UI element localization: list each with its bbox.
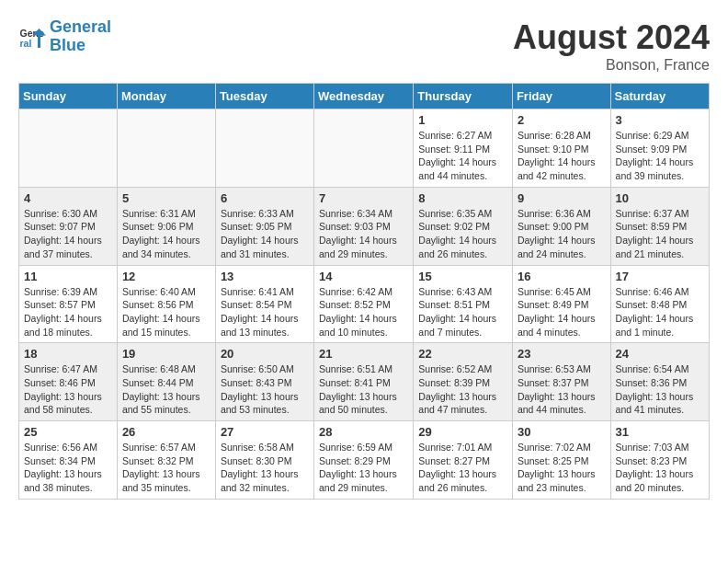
day-number: 10	[616, 191, 704, 205]
day-info: Sunrise: 6:27 AM Sunset: 9:11 PM Dayligh…	[418, 129, 507, 183]
day-number: 15	[418, 270, 507, 283]
calendar-cell: 16Sunrise: 6:45 AM Sunset: 8:49 PM Dayli…	[512, 265, 610, 343]
day-info: Sunrise: 6:42 AM Sunset: 8:52 PM Dayligh…	[319, 285, 408, 339]
svg-text:ral: ral	[20, 37, 32, 48]
calendar-cell: 24Sunrise: 6:54 AM Sunset: 8:36 PM Dayli…	[610, 343, 709, 421]
day-number: 24	[616, 347, 704, 361]
calendar-cell	[314, 109, 414, 188]
day-info: Sunrise: 6:53 AM Sunset: 8:37 PM Dayligh…	[518, 362, 606, 417]
day-info: Sunrise: 6:48 AM Sunset: 8:44 PM Dayligh…	[122, 362, 210, 417]
day-number: 3	[616, 113, 704, 127]
calendar-cell: 9Sunrise: 6:36 AM Sunset: 9:00 PM Daylig…	[512, 187, 610, 265]
day-number: 8	[418, 191, 507, 205]
day-number: 28	[319, 425, 408, 439]
calendar-cell: 14Sunrise: 6:42 AM Sunset: 8:52 PM Dayli…	[314, 265, 414, 343]
day-number: 11	[24, 270, 112, 283]
day-number: 25	[24, 425, 112, 439]
day-info: Sunrise: 6:29 AM Sunset: 9:09 PM Dayligh…	[616, 129, 704, 183]
calendar-cell: 3Sunrise: 6:29 AM Sunset: 9:09 PM Daylig…	[610, 109, 709, 188]
day-number: 7	[319, 191, 408, 205]
day-number: 4	[24, 191, 112, 205]
weekday-header: Saturday	[610, 84, 709, 109]
calendar-cell: 8Sunrise: 6:35 AM Sunset: 9:02 PM Daylig…	[414, 187, 513, 265]
calendar-cell: 2Sunrise: 6:28 AM Sunset: 9:10 PM Daylig…	[512, 109, 610, 188]
day-info: Sunrise: 6:58 AM Sunset: 8:30 PM Dayligh…	[221, 441, 309, 495]
day-number: 13	[221, 270, 309, 283]
day-info: Sunrise: 6:36 AM Sunset: 9:00 PM Dayligh…	[518, 207, 606, 261]
calendar-cell: 1Sunrise: 6:27 AM Sunset: 9:11 PM Daylig…	[414, 109, 513, 188]
calendar-cell: 19Sunrise: 6:48 AM Sunset: 8:44 PM Dayli…	[117, 343, 215, 421]
calendar-week-row: 1Sunrise: 6:27 AM Sunset: 9:11 PM Daylig…	[19, 109, 710, 188]
day-info: Sunrise: 6:34 AM Sunset: 9:03 PM Dayligh…	[319, 207, 408, 261]
day-info: Sunrise: 6:35 AM Sunset: 9:02 PM Dayligh…	[418, 207, 507, 261]
day-info: Sunrise: 6:39 AM Sunset: 8:57 PM Dayligh…	[24, 285, 112, 339]
day-info: Sunrise: 6:30 AM Sunset: 9:07 PM Dayligh…	[24, 207, 112, 261]
calendar-cell: 23Sunrise: 6:53 AM Sunset: 8:37 PM Dayli…	[512, 343, 610, 421]
calendar-cell: 15Sunrise: 6:43 AM Sunset: 8:51 PM Dayli…	[414, 265, 513, 343]
weekday-header: Thursday	[414, 84, 513, 109]
day-number: 19	[122, 347, 210, 361]
day-info: Sunrise: 6:28 AM Sunset: 9:10 PM Dayligh…	[518, 129, 606, 183]
calendar-cell: 21Sunrise: 6:51 AM Sunset: 8:41 PM Dayli…	[314, 343, 414, 421]
calendar-cell: 11Sunrise: 6:39 AM Sunset: 8:57 PM Dayli…	[19, 265, 118, 343]
calendar-cell: 27Sunrise: 6:58 AM Sunset: 8:30 PM Dayli…	[215, 421, 313, 500]
day-info: Sunrise: 6:50 AM Sunset: 8:43 PM Dayligh…	[221, 362, 309, 417]
day-number: 26	[122, 425, 210, 439]
day-number: 29	[418, 425, 507, 439]
weekday-header: Friday	[512, 84, 610, 109]
calendar-cell: 12Sunrise: 6:40 AM Sunset: 8:56 PM Dayli…	[117, 265, 215, 343]
calendar-cell: 5Sunrise: 6:31 AM Sunset: 9:06 PM Daylig…	[117, 187, 215, 265]
day-info: Sunrise: 6:54 AM Sunset: 8:36 PM Dayligh…	[616, 362, 704, 417]
day-number: 20	[221, 347, 309, 361]
location: Bonson, France	[513, 57, 710, 74]
calendar-cell: 17Sunrise: 6:46 AM Sunset: 8:48 PM Dayli…	[610, 265, 709, 343]
calendar-week-row: 11Sunrise: 6:39 AM Sunset: 8:57 PM Dayli…	[19, 265, 710, 343]
day-info: Sunrise: 6:45 AM Sunset: 8:49 PM Dayligh…	[518, 285, 606, 339]
day-number: 12	[122, 270, 210, 283]
calendar-cell: 22Sunrise: 6:52 AM Sunset: 8:39 PM Dayli…	[414, 343, 513, 421]
day-number: 14	[319, 270, 408, 283]
calendar-cell: 10Sunrise: 6:37 AM Sunset: 8:59 PM Dayli…	[610, 187, 709, 265]
day-number: 22	[418, 347, 507, 361]
page-header: Gene ral General Blue August 2024 Bonson…	[18, 18, 710, 74]
day-number: 30	[518, 425, 606, 439]
day-number: 27	[221, 425, 309, 439]
day-number: 2	[518, 113, 606, 127]
title-block: August 2024 Bonson, France	[513, 18, 710, 74]
day-info: Sunrise: 6:59 AM Sunset: 8:29 PM Dayligh…	[319, 441, 408, 495]
calendar-cell: 28Sunrise: 6:59 AM Sunset: 8:29 PM Dayli…	[314, 421, 414, 500]
calendar-cell: 26Sunrise: 6:57 AM Sunset: 8:32 PM Dayli…	[117, 421, 215, 500]
calendar-week-row: 25Sunrise: 6:56 AM Sunset: 8:34 PM Dayli…	[19, 421, 710, 500]
logo-icon: Gene ral	[18, 23, 46, 51]
day-info: Sunrise: 6:47 AM Sunset: 8:46 PM Dayligh…	[24, 362, 112, 417]
day-info: Sunrise: 6:56 AM Sunset: 8:34 PM Dayligh…	[24, 441, 112, 495]
day-number: 1	[418, 113, 507, 127]
day-info: Sunrise: 6:43 AM Sunset: 8:51 PM Dayligh…	[418, 285, 507, 339]
weekday-header: Sunday	[19, 84, 118, 109]
calendar-cell: 20Sunrise: 6:50 AM Sunset: 8:43 PM Dayli…	[215, 343, 313, 421]
calendar-cell: 13Sunrise: 6:41 AM Sunset: 8:54 PM Dayli…	[215, 265, 313, 343]
day-number: 21	[319, 347, 408, 361]
day-number: 18	[24, 347, 112, 361]
day-info: Sunrise: 6:40 AM Sunset: 8:56 PM Dayligh…	[122, 285, 210, 339]
weekday-header: Tuesday	[215, 84, 313, 109]
day-info: Sunrise: 7:02 AM Sunset: 8:25 PM Dayligh…	[518, 441, 606, 495]
day-info: Sunrise: 7:01 AM Sunset: 8:27 PM Dayligh…	[418, 441, 507, 495]
day-info: Sunrise: 6:41 AM Sunset: 8:54 PM Dayligh…	[221, 285, 309, 339]
day-info: Sunrise: 6:52 AM Sunset: 8:39 PM Dayligh…	[418, 362, 507, 417]
calendar-cell	[215, 109, 313, 188]
day-info: Sunrise: 6:57 AM Sunset: 8:32 PM Dayligh…	[122, 441, 210, 495]
day-info: Sunrise: 6:51 AM Sunset: 8:41 PM Dayligh…	[319, 362, 408, 417]
day-number: 17	[616, 270, 704, 283]
calendar-cell	[19, 109, 118, 188]
day-info: Sunrise: 6:46 AM Sunset: 8:48 PM Dayligh…	[616, 285, 704, 339]
day-info: Sunrise: 6:31 AM Sunset: 9:06 PM Dayligh…	[122, 207, 210, 261]
day-number: 31	[616, 425, 704, 439]
calendar-cell: 25Sunrise: 6:56 AM Sunset: 8:34 PM Dayli…	[19, 421, 118, 500]
calendar-cell: 6Sunrise: 6:33 AM Sunset: 9:05 PM Daylig…	[215, 187, 313, 265]
calendar-cell: 4Sunrise: 6:30 AM Sunset: 9:07 PM Daylig…	[19, 187, 118, 265]
logo-text: General Blue	[50, 18, 111, 55]
calendar-cell: 30Sunrise: 7:02 AM Sunset: 8:25 PM Dayli…	[512, 421, 610, 500]
calendar-week-row: 4Sunrise: 6:30 AM Sunset: 9:07 PM Daylig…	[19, 187, 710, 265]
calendar-cell: 31Sunrise: 7:03 AM Sunset: 8:23 PM Dayli…	[610, 421, 709, 500]
